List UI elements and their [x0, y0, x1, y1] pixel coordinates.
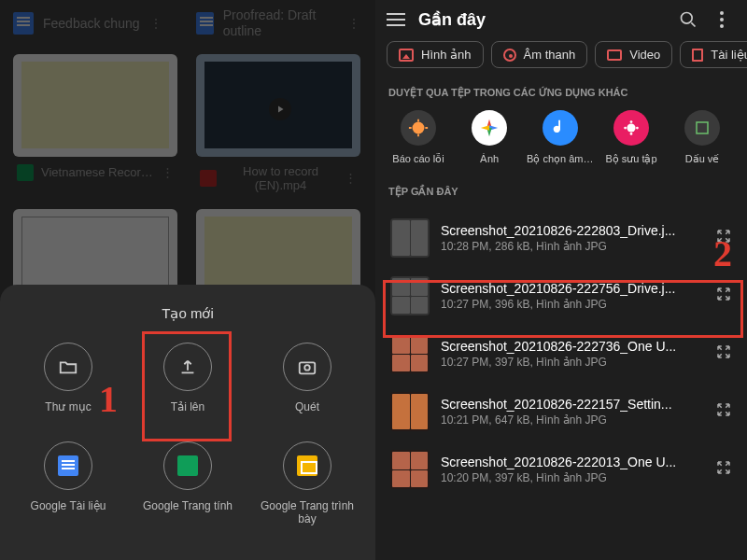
- file-name: Feedback chung: [43, 16, 140, 31]
- browse-label: DUYỆT QUA TỆP TRONG CÁC ỨNG DỤNG KHÁC: [375, 81, 747, 110]
- file-item[interactable]: Proofread: Draft outline ⋮: [196, 7, 360, 39]
- recent-label: TỆP GẦN ĐÂY: [375, 180, 747, 209]
- google-docs-button[interactable]: Google Tài liệu: [31, 441, 106, 525]
- file-thumbnail[interactable]: [196, 54, 360, 157]
- file-name: Screenshot_20210826-222013_One U...: [441, 455, 704, 469]
- list-item[interactable]: Screenshot_20210826-222756_Drive.j... 10…: [379, 267, 743, 325]
- file-thumbnail: [390, 218, 430, 258]
- folder-button[interactable]: Thư mục: [44, 343, 92, 413]
- page-title: Gần đây: [418, 9, 665, 30]
- image-icon: [399, 49, 414, 62]
- chip-documents[interactable]: Tài liệu: [680, 41, 747, 68]
- document-icon: [692, 49, 703, 62]
- google-slides-button[interactable]: Google Trang trình bày: [252, 441, 362, 525]
- more-icon[interactable]: ⋮: [345, 171, 357, 185]
- file-picker-panel: Gần đây Hình ảnh Âm thanh Video Tài liệu…: [375, 0, 747, 560]
- sheet-title: Tạo mới: [13, 305, 362, 322]
- svg-point-4: [627, 123, 635, 132]
- play-icon: [269, 98, 291, 120]
- trace-icon: [684, 110, 720, 146]
- list-item[interactable]: Screenshot_20210826-222013_One U... 10:2…: [379, 441, 743, 498]
- chip-images[interactable]: Hình ảnh: [387, 41, 484, 68]
- sheets-icon: [163, 441, 212, 490]
- dimmed-background: Feedback chung ⋮ Proofread: Draft outlin…: [0, 0, 375, 312]
- more-icon[interactable]: ⋮: [149, 16, 162, 31]
- photos-icon: [472, 110, 507, 146]
- create-new-sheet: Tạo mới Thư mục Tải lên Quét: [0, 285, 375, 560]
- list-item[interactable]: Screenshot_20210826-222736_One U... 10:2…: [379, 325, 743, 383]
- more-icon[interactable]: ⋮: [347, 16, 360, 31]
- more-icon[interactable]: ⋮: [162, 165, 174, 179]
- file-name: Proofread: Draft outline: [223, 7, 338, 39]
- file-thumbnail: [390, 450, 430, 489]
- camera-icon: [283, 343, 331, 391]
- app-soundpicker[interactable]: Bộ chọn âm tha...: [527, 110, 594, 165]
- file-meta: 10:27 PM, 397 kB, Hình ảnh JPG: [441, 356, 704, 369]
- drive-panel: Feedback chung ⋮ Proofread: Draft outlin…: [0, 0, 375, 560]
- upload-button[interactable]: Tải lên: [163, 343, 212, 413]
- scan-button[interactable]: Quét: [283, 343, 331, 413]
- expand-icon[interactable]: [715, 286, 732, 306]
- expand-icon[interactable]: [715, 228, 732, 248]
- app-gallery[interactable]: Bộ sưu tập: [598, 110, 665, 165]
- app-photos[interactable]: Ảnh: [456, 110, 523, 165]
- expand-icon[interactable]: [715, 343, 732, 364]
- app-bugreport[interactable]: Báo cáo lỗi: [385, 110, 452, 165]
- file-meta: 10:27 PM, 396 kB, Hình ảnh JPG: [441, 298, 704, 311]
- file-thumbnail[interactable]: [13, 54, 177, 157]
- file-thumbnail: [390, 334, 430, 373]
- audio-icon: [503, 49, 516, 62]
- filter-chips: Hình ảnh Âm thanh Video Tài liệu: [375, 35, 747, 81]
- svg-rect-9: [697, 122, 708, 133]
- file-list: Screenshot_20210826-222803_Drive.j... 10…: [375, 209, 747, 498]
- docs-icon: [13, 12, 34, 35]
- file-name: Screenshot_20210826-222803_Drive.j...: [441, 223, 704, 238]
- upload-icon: [163, 343, 212, 391]
- svg-point-5: [630, 120, 633, 123]
- svg-rect-0: [300, 362, 316, 373]
- list-item[interactable]: Screenshot_20210826-222157_Settin... 10:…: [379, 383, 743, 441]
- file-thumbnail: [390, 276, 430, 315]
- file-card: Vietnamese Recording Proj... ⋮: [13, 54, 177, 200]
- bug-icon: [401, 110, 436, 146]
- video-icon: [200, 170, 217, 187]
- file-meta: 10:28 PM, 286 kB, Hình ảnh JPG: [441, 240, 704, 253]
- file-name: How to record (EN).mp4: [224, 164, 337, 192]
- chip-video[interactable]: Video: [595, 41, 672, 68]
- file-name: Screenshot_20210826-222157_Settin...: [441, 397, 704, 412]
- svg-point-2: [682, 13, 693, 24]
- docs-icon: [196, 12, 214, 35]
- docs-icon: [44, 441, 92, 490]
- svg-point-8: [636, 127, 639, 130]
- search-icon[interactable]: [678, 9, 698, 30]
- sheets-icon: [17, 164, 34, 181]
- svg-point-6: [630, 133, 633, 135]
- app-row: Báo cáo lỗi Ảnh Bộ chọn âm tha... Bộ sưu…: [375, 110, 747, 180]
- slides-icon: [283, 441, 331, 490]
- gallery-icon: [613, 110, 649, 146]
- music-icon: [543, 110, 578, 146]
- video-icon: [607, 49, 622, 61]
- chip-audio[interactable]: Âm thanh: [491, 41, 588, 68]
- google-sheets-button[interactable]: Google Trang tính: [143, 441, 233, 525]
- file-card: How to record (EN).mp4 ⋮: [196, 54, 360, 200]
- expand-icon[interactable]: [715, 459, 732, 480]
- file-name: Vietnamese Recording Proj...: [41, 165, 154, 179]
- svg-point-1: [304, 365, 310, 371]
- list-item[interactable]: Screenshot_20210826-222803_Drive.j... 10…: [379, 209, 743, 267]
- file-name: Screenshot_20210826-222736_One U...: [441, 339, 704, 354]
- file-name: Screenshot_20210826-222756_Drive.j...: [441, 281, 704, 296]
- file-item[interactable]: Feedback chung ⋮: [13, 7, 177, 39]
- svg-point-3: [413, 122, 425, 134]
- folder-icon: [44, 343, 92, 391]
- expand-icon[interactable]: [715, 401, 732, 422]
- file-meta: 10:20 PM, 397 kB, Hình ảnh JPG: [441, 471, 704, 484]
- app-trace[interactable]: Dấu vế: [669, 110, 736, 165]
- file-thumbnail: [390, 392, 430, 431]
- menu-icon[interactable]: [387, 13, 405, 26]
- svg-point-7: [624, 127, 627, 130]
- more-icon[interactable]: [712, 9, 732, 30]
- file-meta: 10:21 PM, 647 kB, Hình ảnh JPG: [441, 413, 704, 427]
